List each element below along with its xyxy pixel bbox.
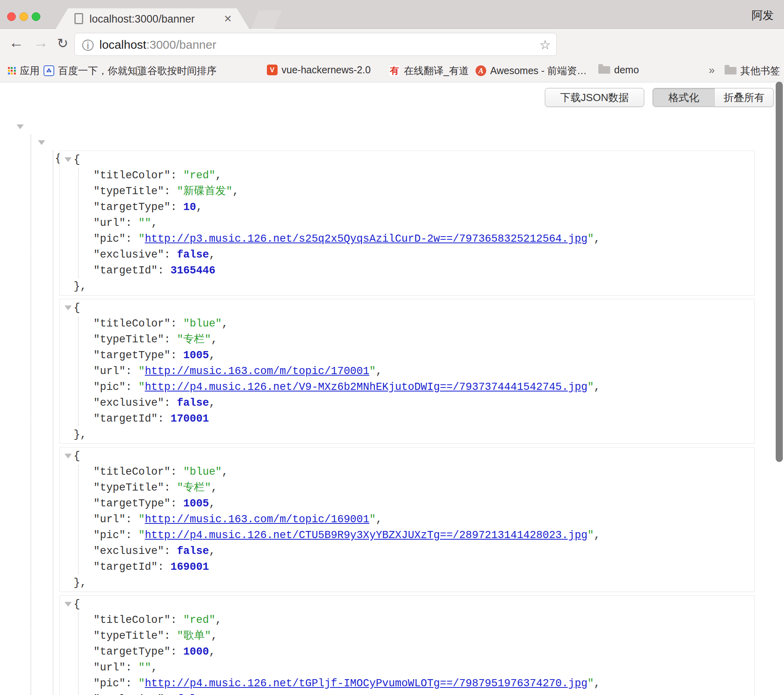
json-brace: { [74, 598, 80, 610]
json-field-row: "pic": "http://p4.music.126.net/CTU5B9R9… [60, 527, 754, 543]
json-string-value: "red" [183, 170, 215, 181]
window-zoom-button[interactable] [32, 12, 40, 21]
json-punct: : [164, 482, 177, 494]
tab-close-icon[interactable]: ✕ [224, 13, 232, 25]
json-root-open-row: { [0, 119, 784, 135]
json-field-row: "typeTitle": "专栏", [60, 480, 754, 496]
back-icon[interactable]: ← [9, 34, 24, 51]
json-field-row: "titleColor": "blue", [60, 316, 754, 332]
json-link[interactable]: http://p4.music.126.net/V9-MXz6b2MNhEKju… [145, 381, 588, 393]
bookmark-label: 在线翻译_有道 [404, 64, 469, 77]
json-key: "titleColor" [93, 466, 170, 478]
json-link[interactable]: http://p4.music.126.net/tGPljf-IMOCyPvum… [145, 678, 588, 689]
json-brace: }, [74, 281, 86, 292]
bookmark-apps[interactable]: 应用 [8, 64, 40, 77]
json-object-close-row: }, [60, 427, 754, 443]
json-quote: " [588, 381, 594, 393]
json-punct: : [126, 678, 138, 689]
json-punct: , [376, 514, 382, 525]
bookmark-youdao[interactable]: 有 在线翻译_有道 [389, 64, 469, 77]
new-tab-button[interactable] [251, 10, 282, 29]
json-quote: " [138, 514, 145, 525]
bookmark-awesomes[interactable]: A Awesomes - 前端资… [476, 64, 587, 77]
collapse-triangle-icon[interactable] [65, 305, 72, 310]
json-key: "url" [93, 514, 126, 525]
json-field-row: "pic": "http://p3.music.126.net/s25q2x5Q… [60, 231, 754, 247]
apps-grid-icon [8, 67, 16, 75]
json-string-value: "歌单" [177, 630, 211, 642]
json-key: "exclusive" [93, 545, 164, 557]
profile-name[interactable]: 阿发 [752, 8, 774, 23]
window-close-button[interactable] [7, 12, 16, 21]
bookmark-baidu[interactable]: ⁂ 百度一下，你就知道 [44, 64, 147, 77]
vue-icon: V [267, 65, 278, 75]
json-key: "targetId" [93, 265, 158, 277]
json-punct: , [211, 334, 217, 346]
json-link[interactable]: http://p4.music.126.net/CTU5B9R9y3XyYBZX… [145, 529, 588, 541]
other-bookmarks-folder[interactable]: 其他书签 [725, 64, 780, 77]
bookmark-google-sort[interactable]: 谷歌按时间排序 [136, 64, 217, 77]
json-key: "typeTitle" [93, 185, 164, 197]
json-punct: : [170, 466, 183, 478]
collapse-triangle-icon[interactable] [65, 454, 72, 458]
json-quote: " [138, 381, 145, 393]
json-string-value: "" [138, 662, 151, 674]
json-link[interactable]: http://music.163.com/m/topic/169001 [145, 514, 369, 525]
bookmarks-overflow-chevron[interactable]: » [709, 64, 715, 76]
json-field-row: "url": "", [60, 660, 754, 676]
format-button[interactable]: 格式化 [653, 88, 715, 107]
collapse-triangle-icon[interactable] [65, 602, 72, 607]
json-field-row: "typeTitle": "歌单", [60, 628, 754, 644]
bookmark-label: Awesomes - 前端资… [490, 64, 587, 77]
site-info-icon[interactable]: ⓘ [82, 38, 94, 54]
bookmark-folder-demo[interactable]: demo [598, 64, 639, 76]
bookmark-star-icon[interactable]: ☆ [539, 37, 551, 52]
url-text[interactable]: localhost:3000/banner [99, 38, 216, 52]
bookmark-label: vue-hackernews-2.0 [282, 64, 371, 76]
json-field-row: "exclusive": false, [60, 395, 754, 411]
json-punct: , [209, 397, 215, 409]
json-punct: , [594, 529, 600, 541]
json-key: "url" [93, 217, 126, 229]
json-punct: : [164, 249, 177, 261]
json-punct: , [209, 693, 215, 695]
json-field-row: "url": "", [60, 215, 754, 231]
json-punct: : [126, 381, 138, 393]
json-key: "pic" [93, 678, 126, 689]
download-json-button[interactable]: 下载JSON数据 [545, 88, 644, 107]
collapse-triangle-icon[interactable] [65, 157, 72, 162]
json-key: "exclusive" [93, 249, 164, 261]
json-string-value: "专栏" [177, 334, 211, 346]
collapse-all-button[interactable]: 折叠所有 [715, 88, 774, 107]
json-link[interactable]: http://p3.music.126.net/s25q2x5QyqsAzilC… [145, 233, 588, 245]
browser-tab[interactable]: localhost:3000/banner ✕ [55, 8, 249, 29]
banner-object-box: {"titleColor": "blue","typeTitle": "专栏",… [59, 447, 755, 592]
json-punct: , [594, 381, 600, 393]
window-minimize-button[interactable] [19, 12, 28, 21]
scrollbar-thumb[interactable] [776, 82, 783, 462]
json-punct: : [158, 561, 170, 573]
json-key: "targetId" [93, 413, 158, 425]
json-number-value: 169001 [170, 561, 209, 573]
reload-icon[interactable]: ↻ [57, 35, 69, 51]
bookmark-label: 百度一下，你就知道 [58, 64, 147, 77]
json-field-row: "targetType": 1005, [60, 348, 754, 363]
json-field-row: "targetType": 10, [60, 199, 754, 215]
forward-icon: → [33, 34, 48, 51]
json-key: "titleColor" [93, 614, 170, 626]
json-punct: : [126, 217, 138, 229]
collapse-triangle-icon[interactable] [38, 140, 45, 145]
json-number-value: false [177, 545, 209, 557]
bookmark-vue-hackernews[interactable]: V vue-hackernews-2.0 [267, 64, 371, 76]
json-string-value: "red" [183, 614, 215, 626]
address-bar[interactable]: ⓘ localhost:3000/banner ☆ [74, 33, 557, 56]
json-link[interactable]: http://music.163.com/m/topic/170001 [145, 365, 369, 377]
json-punct: , [215, 170, 222, 181]
indent-guide [53, 151, 53, 695]
json-punct: , [209, 545, 215, 557]
json-key: "titleColor" [93, 318, 170, 330]
json-root-brace: { [26, 151, 61, 166]
json-field-row: "pic": "http://p4.music.126.net/tGPljf-I… [60, 676, 754, 691]
json-quote: " [138, 365, 145, 377]
collapse-triangle-icon[interactable] [17, 124, 24, 129]
